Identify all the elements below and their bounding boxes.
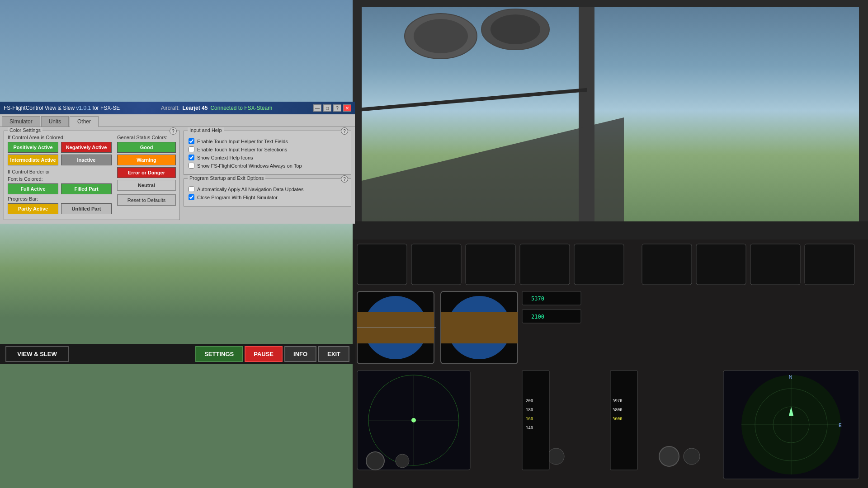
- aircraft-label: Aircraft:: [161, 105, 179, 111]
- svg-point-33: [366, 452, 384, 470]
- color-row-4: Partly Active Unfilled Part: [8, 203, 112, 214]
- svg-text:5600: 5600: [613, 417, 623, 421]
- startup-checkboxes: Automatically Apply All Navigation Data …: [189, 186, 346, 200]
- pause-button[interactable]: PAUSE: [245, 346, 283, 362]
- input-help-checkboxes: Enable Touch Input Helper for Text Field…: [189, 138, 346, 169]
- app-title: FS-FlightControl View & Slew v1.0.1 for …: [4, 105, 120, 111]
- svg-text:140: 140: [526, 426, 533, 430]
- svg-point-7: [491, 14, 540, 44]
- info-button[interactable]: INFO: [284, 346, 316, 362]
- bottom-right: SETTINGS PAUSE INFO EXIT: [195, 346, 349, 362]
- checkbox-close-with-sim[interactable]: [189, 194, 194, 200]
- svg-point-5: [414, 19, 468, 53]
- aircraft-name: Learjet 45: [182, 105, 208, 111]
- border-font-line2: Font is Colored:: [8, 176, 112, 182]
- svg-rect-2: [859, 0, 868, 221]
- view-slew-button[interactable]: VIEW & SLEW: [5, 346, 69, 362]
- border-font-line1: If Control Border or: [8, 169, 50, 174]
- full-active-button[interactable]: Full Active: [8, 183, 58, 194]
- svg-text:200: 200: [526, 399, 533, 403]
- checkbox-row-4: Show FS-FlightControl Windows Always on …: [189, 163, 346, 169]
- maximize-button[interactable]: □: [323, 104, 331, 112]
- svg-point-47: [684, 448, 700, 465]
- checkbox-auto-nav[interactable]: [189, 186, 194, 192]
- color-settings-title: Color Settings: [8, 127, 42, 133]
- app-name-text: FS-FlightControl View & Slew: [4, 105, 75, 111]
- unfilled-part-button[interactable]: Unfilled Part: [61, 203, 112, 214]
- good-status-button[interactable]: Good: [117, 142, 176, 153]
- program-startup-title: Program Startup and Exit Options: [188, 175, 265, 181]
- checkbox-always-on-top[interactable]: [189, 163, 194, 169]
- color-row-3: Full Active Filled Part: [8, 183, 112, 194]
- tab-simulator[interactable]: Simulator: [2, 116, 40, 127]
- reset-defaults-button[interactable]: Reset to Defaults: [117, 194, 176, 206]
- app-sim-name: FSX-SE: [100, 105, 120, 111]
- svg-rect-9: [353, 88, 587, 112]
- svg-marker-8: [362, 117, 624, 221]
- bottom-left: VIEW & SLEW: [5, 346, 69, 362]
- progress-bar-label: Progress Bar:: [8, 196, 112, 202]
- tab-other[interactable]: Other: [70, 116, 99, 127]
- input-help-icon[interactable]: ?: [341, 127, 348, 135]
- title-center: Aircraft: Learjet 45 Connected to FSX-St…: [161, 105, 272, 111]
- negatively-active-button[interactable]: Negatively Active: [61, 142, 112, 153]
- startup-checkbox-row-1: Automatically Apply All Navigation Data …: [189, 186, 346, 192]
- checkbox-context-help-label: Show Context Help Icons: [197, 155, 253, 160]
- program-startup-help-icon[interactable]: ?: [341, 175, 348, 183]
- svg-rect-16: [574, 244, 624, 285]
- checkbox-close-with-sim-label: Close Program With Flight Simulator: [197, 195, 278, 200]
- general-status-col: General Status Colors: Good Warning Erro…: [117, 135, 176, 216]
- panels-right: Input and Help ? Enable Touch Input Help…: [184, 131, 351, 220]
- positively-active-button[interactable]: Positively Active: [8, 142, 58, 153]
- svg-rect-17: [642, 244, 692, 285]
- svg-text:2100: 2100: [531, 314, 544, 320]
- partly-active-button[interactable]: Partly Active: [8, 203, 58, 214]
- settings-button[interactable]: SETTINGS: [195, 346, 243, 362]
- input-help-title: Input and Help: [188, 127, 224, 133]
- checkbox-row-2: Enable Touch Input Helper for Selections: [189, 146, 346, 152]
- checkbox-row-3: Show Context Help Icons: [189, 155, 346, 160]
- content-area: Color Settings ? If Control Area is Colo…: [0, 127, 355, 224]
- svg-rect-13: [411, 244, 461, 285]
- checkbox-touch-text[interactable]: [189, 138, 194, 144]
- svg-text:180: 180: [526, 408, 533, 412]
- svg-rect-10: [353, 221, 868, 239]
- svg-rect-20: [805, 244, 854, 285]
- help-button[interactable]: ?: [333, 104, 341, 112]
- minimize-button[interactable]: —: [313, 104, 321, 112]
- svg-rect-18: [696, 244, 746, 285]
- control-area-label: If Control Area is Colored:: [8, 135, 112, 140]
- checkbox-row-1: Enable Touch Input Helper for Text Field…: [189, 138, 346, 144]
- tab-units[interactable]: Units: [41, 116, 69, 127]
- app-version: v1.0.1: [76, 105, 91, 111]
- close-button[interactable]: ✕: [343, 104, 351, 112]
- svg-rect-15: [520, 244, 570, 285]
- warning-status-button[interactable]: Warning: [117, 155, 176, 165]
- svg-rect-14: [466, 244, 515, 285]
- svg-point-34: [396, 454, 409, 468]
- exit-button[interactable]: EXIT: [318, 346, 349, 362]
- checkbox-touch-text-label: Enable Touch Input Helper for Text Field…: [197, 139, 288, 144]
- app-for-text: for: [93, 105, 99, 111]
- bottom-bar: VIEW & SLEW SETTINGS PAUSE INFO EXIT: [0, 344, 355, 364]
- border-font-label: If Control Border or: [8, 169, 112, 174]
- color-settings-help-icon[interactable]: ?: [170, 127, 177, 135]
- app-window: FS-FlightControl View & Slew v1.0.1 for …: [0, 102, 355, 364]
- intermediate-active-button[interactable]: Intermediate Active: [8, 155, 58, 165]
- checkbox-context-help[interactable]: [189, 155, 194, 160]
- checkbox-touch-selections[interactable]: [189, 146, 194, 152]
- tab-bar: Simulator Units Other: [0, 114, 355, 127]
- general-status-title: General Status Colors:: [117, 135, 176, 140]
- filled-part-button[interactable]: Filled Part: [61, 183, 112, 194]
- checkbox-touch-selections-label: Enable Touch Input Helper for Selections: [197, 147, 287, 152]
- svg-rect-19: [750, 244, 800, 285]
- svg-point-32: [411, 418, 416, 422]
- color-row-2: Intermediate Active Inactive: [8, 155, 112, 165]
- neutral-status-button[interactable]: Neutral: [117, 180, 176, 191]
- error-danger-status-button[interactable]: Error or Danger: [117, 167, 176, 178]
- checkbox-always-on-top-label: Show FS-FlightControl Windows Always on …: [197, 163, 302, 169]
- title-bar: FS-FlightControl View & Slew v1.0.1 for …: [0, 102, 355, 114]
- svg-text:5800: 5800: [613, 408, 623, 412]
- inactive-button[interactable]: Inactive: [61, 155, 112, 165]
- svg-text:5370: 5370: [531, 296, 544, 302]
